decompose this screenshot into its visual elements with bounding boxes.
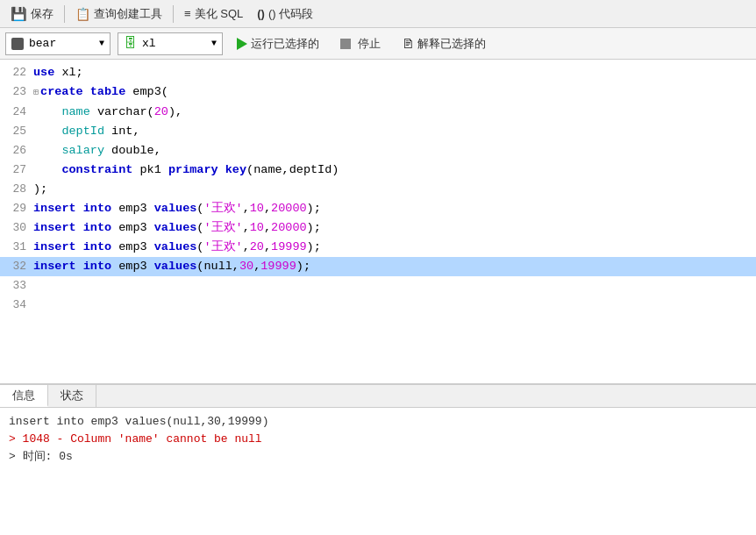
token-plain: , (243, 240, 250, 253)
token-plain: ); (307, 221, 321, 234)
toolbar-sep-2 (173, 5, 174, 23)
explain-button[interactable]: 🖹 解释已选择的 (395, 34, 493, 54)
message-line: > 时间: 0s (9, 448, 747, 466)
line-number: 23 (0, 82, 33, 102)
stop-label: 停止 (358, 36, 381, 52)
token-kw: into (83, 260, 111, 273)
token-plain: int, (104, 125, 140, 138)
line-content: salary double, (33, 141, 756, 160)
connection-value: bear (29, 37, 96, 50)
token-num: 19999 (271, 240, 307, 253)
token-plain (33, 125, 61, 138)
code-snippet-button[interactable]: () () 代码段 (252, 4, 318, 24)
line-content: insert into emp3 values(null,30,19999); (33, 257, 756, 276)
token-plain (33, 105, 61, 118)
token-kw: insert (33, 260, 76, 273)
token-num: 20000 (271, 221, 307, 234)
line-content: insert into emp3 values('王欢',20,19999); (33, 238, 756, 257)
line-content (33, 296, 756, 315)
token-plain: xl; (54, 66, 82, 79)
bottom-content: insert into emp3 values(null,30,19999)> … (0, 408, 756, 526)
message-line: insert into emp3 values(null,30,19999) (9, 413, 747, 431)
token-plain: emp3( (125, 85, 168, 98)
line-number: 22 (0, 63, 33, 82)
token-str: '王欢' (203, 221, 242, 234)
code-line-22: 22use xl; (0, 63, 756, 82)
query-tool-icon: 📋 (75, 7, 90, 21)
play-icon (237, 38, 247, 50)
line-content: insert into emp3 values('王欢',10,20000); (33, 199, 756, 218)
token-plain: , (264, 202, 271, 215)
token-kw: insert (33, 240, 76, 253)
token-plain: ); (307, 202, 321, 215)
explain-icon: 🖹 (402, 37, 414, 51)
line-number: 25 (0, 122, 33, 141)
token-plain: ); (296, 260, 310, 273)
line-number: 26 (0, 141, 33, 160)
code-line-25: 25 deptId int, (0, 122, 756, 141)
token-plain: , (243, 221, 250, 234)
token-plain: , (243, 202, 250, 215)
query-tool-button[interactable]: 📋 查询创建工具 (70, 4, 168, 24)
token-kw: primary (168, 163, 218, 176)
query-tool-label: 查询创建工具 (94, 6, 162, 22)
code-line-32: 32insert into emp3 values(null,30,19999)… (0, 257, 756, 276)
database-selector[interactable]: 🗄 xl ▼ (118, 32, 223, 55)
bear-icon (11, 38, 24, 50)
line-number: 33 (0, 276, 33, 296)
token-kw: use (33, 66, 54, 79)
token-kw: values (154, 202, 197, 215)
line-content (33, 276, 756, 296)
bottom-tab-状态[interactable]: 状态 (48, 385, 96, 407)
beautify-button[interactable]: ≡ 美化 SQL (179, 4, 248, 24)
token-kw: into (83, 240, 111, 253)
token-id: salary (61, 144, 104, 157)
bottom-tab-信息[interactable]: 信息 (0, 385, 48, 407)
line-number: 28 (0, 180, 33, 199)
line-number: 31 (0, 238, 33, 257)
token-kw: table (90, 85, 126, 98)
code-line-30: 30insert into emp3 values('王欢',10,20000)… (0, 218, 756, 238)
token-kw: insert (33, 202, 76, 215)
code-snippet-icon: () (257, 7, 265, 20)
line-number: 24 (0, 103, 33, 122)
token-plain: (name,deptId) (246, 163, 339, 176)
stop-button[interactable]: 停止 (333, 34, 388, 54)
code-line-26: 26 salary double, (0, 141, 756, 160)
code-line-34: 34 (0, 296, 756, 315)
token-kw: create (40, 85, 83, 98)
line-content: deptId int, (33, 122, 756, 141)
code-snippet-label: () 代码段 (268, 6, 313, 22)
token-id: deptId (61, 125, 104, 138)
explain-label: 解释已选择的 (417, 36, 486, 52)
bottom-tabs: 信息状态 (0, 385, 756, 408)
token-plain: emp3 (111, 240, 154, 253)
expand-icon[interactable]: ⊞ (33, 88, 39, 97)
token-plain (76, 221, 83, 234)
token-plain: (null, (196, 260, 239, 273)
code-line-24: 24 name varchar(20), (0, 103, 756, 122)
token-plain (218, 163, 225, 176)
line-number: 29 (0, 199, 33, 218)
token-num: 20 (154, 105, 168, 118)
code-line-29: 29insert into emp3 values('王欢',10,20000)… (0, 199, 756, 218)
token-kw: values (154, 260, 197, 273)
db-icon: 🗄 (124, 36, 137, 52)
token-plain: ), (168, 105, 182, 118)
token-plain (83, 85, 90, 98)
code-line-33: 33 (0, 276, 756, 296)
line-number: 32 (0, 257, 33, 276)
token-plain: emp3 (111, 202, 154, 215)
save-button[interactable]: 💾 保存 (5, 4, 59, 24)
run-selected-button[interactable]: 运行已选择的 (230, 34, 326, 54)
code-editor[interactable]: 22use xl;23⊞create table emp3(24 name va… (0, 60, 756, 384)
connection-selector[interactable]: bear ▼ (5, 32, 111, 55)
token-plain: pk1 (132, 163, 168, 176)
token-str: '王欢' (203, 240, 242, 253)
token-num: 20000 (271, 202, 307, 215)
save-icon: 💾 (11, 6, 27, 22)
connection-bar: bear ▼ 🗄 xl ▼ 运行已选择的 停止 🖹 解释已选择的 (0, 28, 756, 60)
token-plain (76, 202, 83, 215)
toolbar-sep-1 (64, 5, 65, 23)
token-num: 19999 (260, 260, 296, 273)
